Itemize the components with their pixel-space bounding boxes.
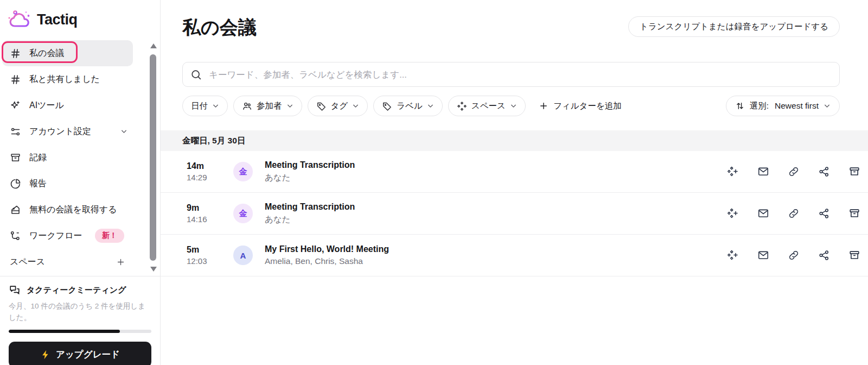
archive-button[interactable] (848, 207, 860, 219)
usage-progress-fill (9, 330, 120, 333)
sidebar-item-label: AIツール (29, 100, 64, 111)
filter-date-button[interactable]: 日付 (182, 96, 228, 116)
sidebar-item-get-free-meetings[interactable]: 無料の会議を取得する (2, 197, 133, 223)
sidebar-item-label: 無料の会議を取得する (29, 204, 117, 216)
workflow-icon (10, 230, 21, 242)
add-space-plus-icon[interactable] (116, 257, 125, 267)
sidebar-item-ai-tools[interactable]: AIツール (2, 92, 133, 118)
filter-spaces-label: スペース (471, 100, 506, 112)
email-button[interactable] (757, 166, 769, 178)
sort-value: Newest first (775, 101, 819, 111)
add-to-space-icon (727, 207, 739, 219)
meeting-time: 14:29 (187, 173, 233, 182)
meeting-participants: あなた (265, 214, 716, 225)
archive-button[interactable] (848, 249, 860, 261)
chevron-down-icon (824, 103, 831, 110)
filter-labels-label: ラベル (397, 100, 423, 112)
plan-usage-panel: タクティークミーティング 今月、10 件の会議のうち 2 件を使用しました。 ア… (0, 276, 160, 365)
archive-icon (848, 207, 860, 219)
sidebar-item-records[interactable]: 記録 (2, 144, 133, 171)
add-to-space-button[interactable] (727, 166, 739, 178)
row-actions (727, 249, 860, 261)
filter-participants-label: 参加者 (257, 100, 282, 112)
meeting-title: Meeting Transcription (265, 202, 716, 212)
duration-column: 9m 14:16 (187, 203, 233, 224)
add-to-space-button[interactable] (727, 207, 739, 219)
archive-icon (10, 152, 21, 163)
add-to-space-button[interactable] (727, 249, 739, 261)
plan-name-row: タクティークミーティング (9, 284, 151, 296)
filter-toolbar: 日付 参加者 タグ ラベル スペース (182, 96, 840, 116)
sidebar-item-label: 記録 (29, 152, 47, 163)
sidebar-item-label: ワークフロー (29, 230, 82, 242)
sidebar-item-reports[interactable]: 報告 (2, 171, 133, 197)
filter-labels-button[interactable]: ラベル (373, 96, 443, 116)
filter-participants-button[interactable]: 参加者 (233, 96, 302, 116)
sidebar-item-shared-with-me[interactable]: 私と共有しました (2, 66, 133, 92)
usage-progress-bar (9, 330, 151, 333)
sidebar-item-spaces[interactable]: スペース (2, 249, 133, 275)
copy-link-button[interactable] (788, 207, 800, 219)
chevron-down-icon (212, 103, 219, 110)
people-icon (242, 101, 252, 111)
scrollbar-thumb[interactable] (150, 54, 156, 261)
mail-icon (757, 166, 769, 178)
meeting-row[interactable]: 9m 14:16 金 Meeting Transcription あなた (161, 193, 868, 235)
chevron-down-icon (286, 103, 293, 110)
filter-tags-button[interactable]: タグ (308, 96, 368, 116)
sidebar-item-label: アカウント設定 (29, 126, 91, 137)
sidebar-scrollbar[interactable] (149, 42, 158, 273)
brand-logo[interactable]: Tactiq (0, 0, 160, 33)
new-badge: 新！ (95, 229, 124, 243)
main-header: 私の会議 トランスクリプトまたは録音をアップロードする (161, 0, 868, 40)
copy-link-button[interactable] (788, 249, 800, 261)
row-actions (727, 166, 860, 178)
upload-transcript-button[interactable]: トランスクリプトまたは録音をアップロードする (628, 16, 840, 37)
scroll-up-arrow[interactable] (150, 43, 157, 48)
share-icon (818, 249, 830, 261)
upgrade-label: アップグレード (56, 349, 120, 361)
copy-link-button[interactable] (788, 166, 800, 178)
meeting-time: 14:16 (187, 215, 233, 224)
chevron-down-icon (120, 128, 127, 135)
row-actions (727, 207, 860, 219)
sidebar-item-account-settings[interactable]: アカウント設定 (2, 118, 133, 144)
share-icon (818, 166, 830, 178)
sort-label: 選別: (750, 100, 769, 112)
spaces-diamonds-icon (457, 101, 467, 111)
email-button[interactable] (757, 249, 769, 261)
chat-bubbles-icon (9, 284, 21, 296)
meeting-row[interactable]: 14m 14:29 金 Meeting Transcription あなた (161, 151, 868, 193)
add-filter-button[interactable]: フィルターを追加 (539, 100, 622, 112)
archive-icon (848, 166, 860, 178)
archive-button[interactable] (848, 166, 860, 178)
email-button[interactable] (757, 207, 769, 219)
tag-icon (316, 101, 327, 111)
link-icon (788, 207, 800, 219)
meeting-title: My First Hello, World! Meeting (265, 244, 716, 254)
plus-icon (539, 101, 548, 111)
scroll-down-arrow[interactable] (150, 267, 157, 272)
hash-icon (10, 48, 21, 59)
sidebar-nav: 私の会議 私と共有しました AIツール アカウント設定 記録 報告 (0, 40, 160, 276)
sidebar-item-my-meetings[interactable]: 私の会議 (2, 40, 133, 66)
link-icon (788, 166, 800, 178)
sidebar-item-label: 報告 (29, 178, 47, 190)
sliders-icon (10, 126, 21, 137)
share-button[interactable] (818, 207, 830, 219)
meeting-participants: Amelia, Ben, Chris, Sasha (265, 256, 716, 266)
filter-spaces-button[interactable]: スペース (448, 96, 526, 116)
upgrade-button[interactable]: アップグレード (9, 342, 151, 365)
chevron-down-icon (510, 103, 517, 110)
sort-button[interactable]: 選別: Newest first (726, 96, 840, 116)
meeting-duration: 14m (187, 161, 233, 171)
share-button[interactable] (818, 166, 830, 178)
search-input[interactable] (208, 69, 832, 80)
search-bar[interactable] (182, 62, 840, 87)
search-icon (190, 69, 202, 80)
filter-date-label: 日付 (191, 100, 208, 112)
lightning-bolt-icon (40, 349, 51, 360)
share-button[interactable] (818, 249, 830, 261)
meeting-row[interactable]: 5m 12:03 A My First Hello, World! Meetin… (161, 235, 868, 276)
sidebar-item-workflows[interactable]: ワークフロー 新！ (2, 223, 133, 249)
